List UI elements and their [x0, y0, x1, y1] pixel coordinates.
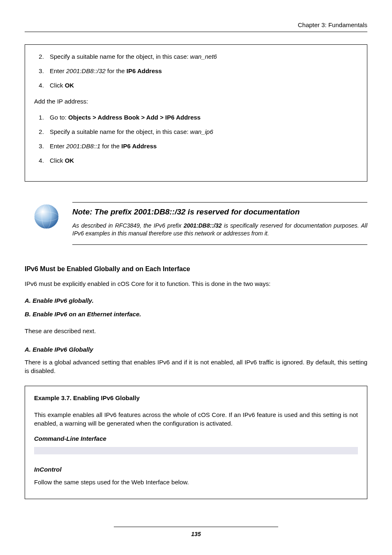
chapter-header: Chapter 3: Fundamentals: [25, 21, 367, 32]
step-text: Enter: [50, 143, 66, 150]
list-item: Specify a suitable name for the object, …: [46, 52, 358, 61]
globe-icon: [32, 202, 61, 231]
step-nav: Objects > Address Book > Add > IP6 Addre…: [68, 114, 201, 121]
step-text: Specify a suitable name for the object, …: [50, 53, 190, 60]
list-item: Click OK: [46, 81, 358, 90]
svg-point-0: [35, 205, 59, 229]
note-title: Note: The prefix 2001:DB8::/32 is reserv…: [72, 207, 367, 218]
page-number: 135: [191, 531, 201, 537]
code-block: [34, 447, 358, 454]
footer-rule: [114, 527, 278, 527]
cli-heading: Command-Line Interface: [34, 434, 358, 443]
step-action: OK: [65, 82, 74, 89]
list-item: Enter 2001:DB8::1 for the IP6 Address: [46, 142, 358, 150]
note-block: Note: The prefix 2001:DB8::/32 is reserv…: [25, 202, 367, 245]
incontrol-body: Follow the same steps used for the Web I…: [34, 478, 358, 486]
step-text: Click: [50, 157, 65, 164]
sub-a-title: A. Enable IPv6 Globally: [25, 345, 367, 354]
example-body: This example enables all IPv6 features a…: [34, 410, 358, 428]
step-text: for the: [106, 67, 127, 74]
section-followup: These are described next.: [25, 327, 367, 335]
step-field: IP6 Address: [121, 143, 157, 150]
step-text: Enter: [50, 67, 66, 74]
step-value: wan_net6: [190, 53, 217, 60]
sub-a-body: There is a global advanced setting that …: [25, 358, 367, 375]
step-action: OK: [65, 157, 74, 164]
list-item: Click OK: [46, 156, 358, 165]
intermission-text: Add the IP address:: [34, 97, 358, 106]
note-body-bold: 2001:DB8::/32: [184, 222, 222, 229]
step-field: IP6 Address: [127, 67, 162, 74]
step-text: Specify a suitable name for the object, …: [50, 128, 190, 135]
note-body-pre: As described in RFC3849, the IPv6 prefix: [72, 222, 184, 229]
note-rule-top: [72, 202, 367, 203]
step-text: for the: [100, 143, 121, 150]
option-b: B. Enable IPv6 on an Ethernet interface.: [25, 310, 367, 318]
note-rule-bottom: [72, 244, 367, 245]
procedure-list-1: Specify a suitable name for the object, …: [34, 52, 358, 90]
header-rule: [25, 32, 367, 32]
example-title: Example 3.7. Enabling IPv6 Globally: [34, 394, 358, 402]
section-intro: IPv6 must be explicitly enabled in cOS C…: [25, 279, 367, 288]
list-item: Specify a suitable name for the object, …: [46, 127, 358, 136]
page-footer: 135: [0, 527, 392, 539]
step-value: 2001:DB8::/32: [66, 67, 106, 74]
list-item: Go to: Objects > Address Book > Add > IP…: [46, 113, 358, 122]
procedure-box: Specify a suitable name for the object, …: [25, 44, 367, 182]
example-box: Example 3.7. Enabling IPv6 Globally This…: [25, 386, 367, 499]
list-item: Enter 2001:DB8::/32 for the IP6 Address: [46, 67, 358, 75]
procedure-list-2: Go to: Objects > Address Book > Add > IP…: [34, 113, 358, 165]
incontrol-heading: InControl: [34, 465, 358, 474]
option-a: A. Enable IPv6 globally.: [25, 296, 367, 305]
step-value: 2001:DB8::1: [66, 143, 100, 150]
step-value: wan_ip6: [190, 128, 213, 135]
note-body: As described in RFC3849, the IPv6 prefix…: [72, 222, 367, 238]
section-heading: IPv6 Must be Enabled Globally and on Eac…: [25, 265, 367, 274]
step-text: Go to:: [50, 114, 68, 121]
step-text: Click: [50, 82, 65, 89]
